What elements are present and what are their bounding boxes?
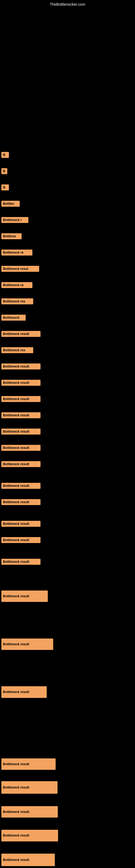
bottleneck-result-badge[interactable]: Bottleneck result xyxy=(1,461,41,467)
site-title: TheBottlenecker.com xyxy=(50,2,85,6)
bottleneck-result-badge[interactable]: Bottleneck result xyxy=(1,537,41,543)
bottleneck-result-badge[interactable]: Bottleneck resul xyxy=(1,266,39,272)
bottleneck-result-badge[interactable]: Bottleneck result xyxy=(1,499,41,505)
bottleneck-result-badge[interactable]: Bottleneck result xyxy=(1,429,41,435)
bottleneck-result-badge[interactable]: Bottleneck result xyxy=(1,590,48,602)
bottleneck-result-badge[interactable]: Bottleneck result xyxy=(1,521,41,527)
bottleneck-result-badge[interactable]: Bottleneck result xyxy=(1,781,57,794)
bottleneck-result-badge[interactable]: Bottleneck ra xyxy=(1,282,32,288)
bottleneck-result-badge[interactable]: Bottlene xyxy=(1,233,21,239)
bottleneck-result-badge[interactable]: Bottleneck result xyxy=(1,483,41,489)
bottleneck-result-badge[interactable]: Bottleneck re xyxy=(1,250,32,255)
bottleneck-result-badge[interactable]: Bottleneck r xyxy=(1,217,28,223)
bottleneck-result-badge[interactable]: Bottleneck result xyxy=(1,686,47,698)
bottleneck-result-badge[interactable]: Bottleneck result xyxy=(1,758,56,770)
bottleneck-result-badge[interactable]: Bottleneck res xyxy=(1,347,33,353)
bottleneck-result-badge[interactable]: Bottleneck result xyxy=(1,806,58,817)
bottleneck-result-badge[interactable]: Bottleneck result xyxy=(1,364,41,369)
bottleneck-result-badge[interactable]: Bottlen xyxy=(1,201,20,207)
bottleneck-result-badge[interactable]: B xyxy=(1,184,9,190)
bottleneck-result-badge[interactable]: Bottleneck result xyxy=(1,639,53,650)
bottleneck-result-badge[interactable]: Bottleneck result xyxy=(1,331,41,337)
bottleneck-result-badge[interactable]: B xyxy=(1,152,9,158)
bottleneck-result-badge[interactable]: Bottleneck xyxy=(1,315,26,321)
bottleneck-result-badge[interactable]: Bottleneck result xyxy=(1,830,58,841)
bottleneck-result-badge[interactable]: Bottleneck res xyxy=(1,299,33,304)
bottleneck-result-badge[interactable]: Bottleneck result xyxy=(1,854,55,866)
bottleneck-result-badge[interactable]: Bottleneck result xyxy=(1,445,41,451)
bottleneck-result-badge[interactable]: Bottleneck result xyxy=(1,559,41,565)
bottleneck-result-badge[interactable]: Bottleneck result xyxy=(1,412,41,418)
bottleneck-result-badge[interactable]: B xyxy=(1,168,7,174)
bottleneck-result-badge[interactable]: Bottleneck result xyxy=(1,380,41,386)
bottleneck-result-badge[interactable]: Bottleneck result xyxy=(1,396,41,402)
